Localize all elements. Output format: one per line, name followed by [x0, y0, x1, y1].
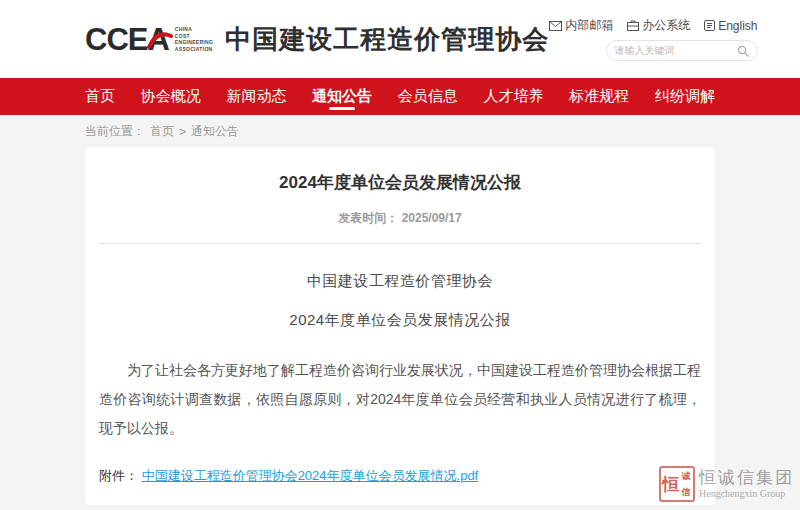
main-nav: 首页 协会概况 新闻动态 通知公告 会员信息 人才培养 标准规程 纠纷调解 — [0, 78, 800, 115]
mail-icon — [549, 21, 562, 31]
breadcrumb-prefix: 当前位置： — [85, 123, 145, 140]
site-title: 中国建设工程造价管理协会 — [225, 22, 549, 57]
briefcase-icon — [627, 20, 639, 31]
site-logo[interactable]: CCEA CHINA COST ENGINEERING ASSOCIATION … — [85, 22, 549, 57]
logo-subtitle: CHINA COST ENGINEERING ASSOCIATION — [175, 26, 213, 52]
search-input[interactable] — [615, 45, 737, 56]
seal-char: 恒 — [662, 468, 680, 500]
watermark-name: 恒诚信集团 — [699, 468, 794, 488]
seal-char: 信 — [680, 484, 692, 500]
quick-links: 内部邮箱 办公系统 English — [549, 17, 757, 34]
quick-link-label: 办公系统 — [642, 17, 690, 34]
breadcrumb-separator: > — [179, 125, 186, 139]
nav-inner: 首页 协会概况 新闻动态 通知公告 会员信息 人才培养 标准规程 纠纷调解 — [85, 78, 715, 115]
site-header: CCEA CHINA COST ENGINEERING ASSOCIATION … — [0, 0, 800, 78]
attachment-pdf-link[interactable]: 中国建设工程造价管理协会2024年度单位会员发展情况.pdf — [142, 468, 479, 483]
quick-link-label: 内部邮箱 — [565, 17, 613, 34]
doc-heading-line2: 2024年度单位会员发展情况公报 — [99, 311, 701, 330]
article-card: 2024年度单位会员发展情况公报 发表时间： 2025/09/17 中国建设工程… — [85, 147, 715, 505]
logo-text: CCEA — [85, 22, 169, 57]
article-title: 2024年度单位会员发展情况公报 — [99, 171, 701, 194]
logo-ccea-text: CCEA — [85, 24, 169, 55]
breadcrumb-home-link[interactable]: 首页 — [150, 123, 174, 140]
nav-item-mediation[interactable]: 纠纷调解 — [655, 78, 715, 115]
nav-item-home[interactable]: 首页 — [85, 78, 115, 115]
internal-mail-link[interactable]: 内部邮箱 — [549, 17, 613, 34]
attachment-row: 附件： 中国建设工程造价管理协会2024年度单位会员发展情况.pdf — [99, 467, 701, 485]
search-box — [606, 40, 758, 61]
title-divider — [99, 243, 701, 244]
english-link[interactable]: English — [704, 19, 757, 33]
doc-paragraph: 为了让社会各方更好地了解工程造价咨询行业发展状况，中国建设工程造价管理协会根据工… — [99, 356, 701, 443]
watermark: 恒 诚 信 恒诚信集团 Hengchengxin Group — [659, 466, 794, 502]
seal-char: 诚 — [680, 468, 692, 484]
header-right: 内部邮箱 办公系统 English — [549, 17, 757, 61]
nav-item-members[interactable]: 会员信息 — [398, 78, 458, 115]
doc-heading-line1: 中国建设工程造价管理协会 — [99, 272, 701, 291]
breadcrumb-current: 通知公告 — [191, 123, 239, 140]
office-system-link[interactable]: 办公系统 — [627, 17, 690, 34]
nav-item-standards[interactable]: 标准规程 — [569, 78, 629, 115]
book-icon — [704, 20, 715, 31]
hengchengxin-seal-icon: 恒 诚 信 — [659, 466, 695, 502]
logo-sub-line: ASSOCIATION — [175, 46, 213, 53]
quick-link-label: English — [718, 19, 757, 33]
attachment-label: 附件： — [99, 468, 138, 483]
breadcrumb: 当前位置： 首页 > 通知公告 — [0, 115, 800, 147]
watermark-name-en: Hengchengxin Group — [699, 488, 794, 500]
search-button[interactable] — [737, 45, 749, 57]
publish-time-value: 2025/09/17 — [402, 211, 462, 225]
search-icon — [737, 45, 749, 57]
watermark-text: 恒诚信集团 Hengchengxin Group — [699, 468, 794, 499]
publish-time-row: 发表时间： 2025/09/17 — [99, 210, 701, 227]
nav-item-training[interactable]: 人才培养 — [484, 78, 544, 115]
nav-item-about[interactable]: 协会概况 — [141, 78, 201, 115]
publish-time-label: 发表时间： — [338, 211, 398, 225]
nav-item-news[interactable]: 新闻动态 — [226, 78, 286, 115]
nav-item-notices[interactable]: 通知公告 — [312, 78, 372, 115]
